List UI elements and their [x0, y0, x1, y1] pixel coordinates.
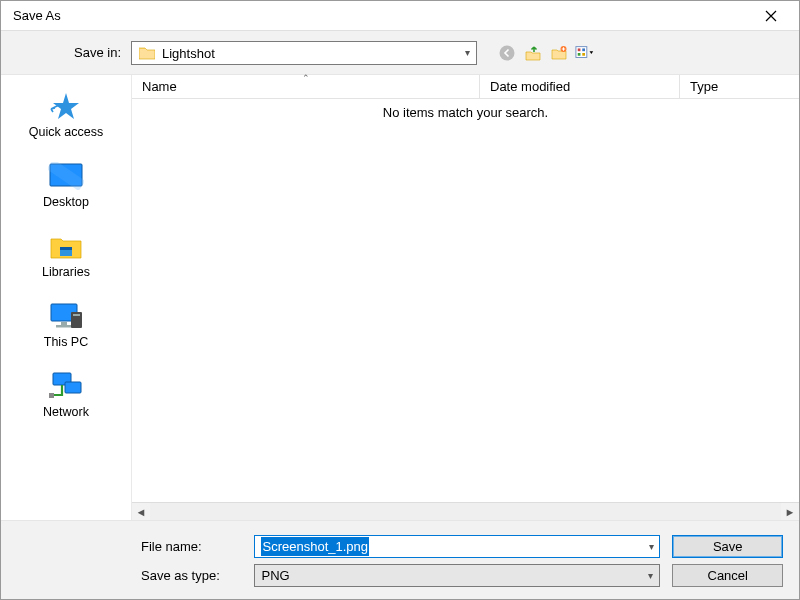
svg-point-0: [500, 45, 515, 60]
save-in-row: Save in: Lightshot ▾: [1, 31, 799, 75]
save-button[interactable]: Save: [672, 535, 783, 558]
place-label: Network: [43, 405, 89, 419]
empty-message: No items match your search.: [132, 105, 799, 120]
place-label: Quick access: [29, 125, 103, 139]
chevron-down-icon[interactable]: ▾: [458, 42, 476, 64]
desktop-icon: [46, 159, 86, 193]
close-button[interactable]: [751, 1, 791, 30]
save-in-label: Save in:: [1, 45, 131, 60]
quick-access-icon: [46, 89, 86, 123]
svg-rect-2: [576, 46, 587, 57]
place-quick-access[interactable]: Quick access: [1, 83, 131, 145]
svg-rect-4: [582, 48, 585, 51]
cancel-button[interactable]: Cancel: [672, 564, 783, 587]
chevron-down-icon[interactable]: ▾: [641, 565, 659, 586]
place-label: This PC: [44, 335, 88, 349]
save-as-type-value: PNG: [261, 568, 289, 583]
sort-caret-icon: ⌃: [302, 73, 310, 83]
view-menu-icon[interactable]: [575, 43, 595, 63]
scroll-track[interactable]: [150, 503, 781, 520]
save-as-type-label: Save as type:: [1, 568, 254, 583]
cancel-button-label: Cancel: [708, 568, 748, 583]
close-icon: [765, 10, 777, 22]
body: Quick access Desktop Libraries This PC: [1, 75, 799, 520]
file-list-area: Name ⌃ Date modified Type No items match…: [131, 75, 799, 520]
place-network[interactable]: Network: [1, 363, 131, 425]
save-button-label: Save: [713, 539, 743, 554]
svg-rect-12: [61, 322, 67, 325]
svg-rect-5: [578, 53, 581, 56]
save-in-combo[interactable]: Lightshot ▾: [131, 41, 477, 65]
toolbar-icons: [497, 43, 595, 63]
network-icon: [46, 369, 86, 403]
scroll-left-icon[interactable]: ◄: [132, 506, 150, 518]
column-headers: Name ⌃ Date modified Type: [132, 75, 799, 99]
chevron-down-icon[interactable]: ▾: [642, 535, 660, 558]
file-name-input[interactable]: Screenshot_1.png ▾: [254, 535, 660, 558]
places-bar: Quick access Desktop Libraries This PC: [1, 75, 131, 520]
place-desktop[interactable]: Desktop: [1, 153, 131, 215]
save-as-type-select[interactable]: PNG ▾: [254, 564, 660, 587]
place-label: Desktop: [43, 195, 89, 209]
column-name[interactable]: Name ⌃: [132, 75, 480, 98]
place-libraries[interactable]: Libraries: [1, 223, 131, 285]
up-one-level-icon[interactable]: [523, 43, 543, 63]
this-pc-icon: [46, 299, 86, 333]
svg-rect-6: [582, 53, 585, 56]
place-label: Libraries: [42, 265, 90, 279]
svg-rect-13: [56, 325, 72, 328]
horizontal-scrollbar[interactable]: ◄ ►: [132, 502, 799, 520]
svg-rect-15: [73, 314, 80, 316]
bottom-panel: File name: Screenshot_1.png ▾ Save Save …: [1, 520, 799, 599]
save-in-value: Lightshot: [162, 45, 458, 61]
libraries-icon: [46, 229, 86, 263]
svg-rect-18: [49, 393, 54, 398]
column-date-label: Date modified: [490, 79, 570, 94]
file-name-value: Screenshot_1.png: [261, 537, 369, 556]
column-type[interactable]: Type: [680, 75, 799, 98]
place-this-pc[interactable]: This PC: [1, 293, 131, 355]
column-name-label: Name: [142, 79, 177, 94]
title-bar: Save As: [1, 1, 799, 31]
svg-rect-10: [60, 247, 72, 250]
file-name-label: File name:: [1, 539, 254, 554]
dialog-title: Save As: [9, 8, 61, 23]
file-list-body[interactable]: No items match your search.: [132, 99, 799, 502]
svg-rect-17: [65, 382, 81, 393]
save-as-dialog: Save As Save in: Lightshot ▾: [0, 0, 800, 600]
svg-rect-3: [578, 48, 581, 51]
back-icon[interactable]: [497, 43, 517, 63]
column-type-label: Type: [690, 79, 718, 94]
scroll-right-icon[interactable]: ►: [781, 506, 799, 518]
folder-icon: [138, 44, 156, 62]
column-date-modified[interactable]: Date modified: [480, 75, 680, 98]
new-folder-icon[interactable]: [549, 43, 569, 63]
